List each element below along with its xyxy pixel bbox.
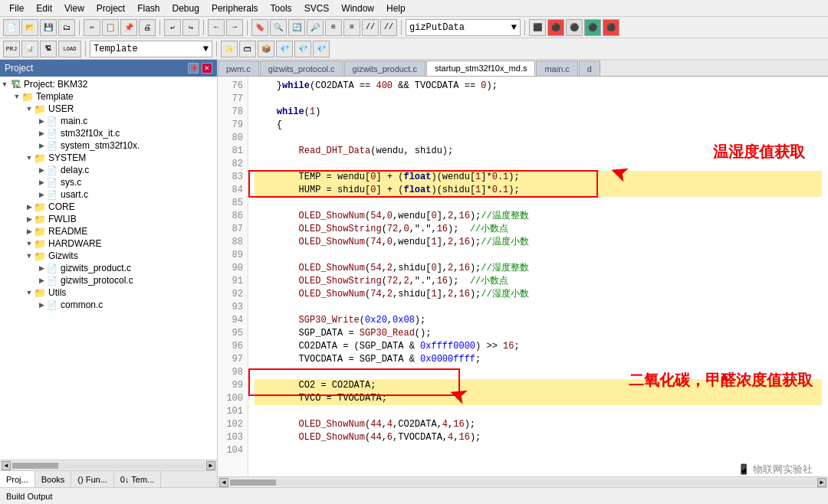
menu-help[interactable]: Help [380,2,412,15]
menu-tools[interactable]: Tools [264,2,298,15]
outdent-btn[interactable]: ≡ [343,19,360,36]
menu-file[interactable]: File [3,2,30,15]
menu-flash[interactable]: Flash [131,2,166,15]
tree-arrow[interactable]: ▶ [37,190,46,199]
tree-arrow[interactable]: ▼ [25,288,34,297]
tree-item[interactable]: ▼ 📁 Gizwits [0,250,217,262]
print-btn[interactable]: 🖨 [139,19,156,36]
nav-fwd-btn[interactable]: → [226,19,243,36]
debug3-btn[interactable]: ⚫ [584,19,601,36]
tree-item[interactable]: ▼ 📁 HARDWARE [0,237,217,250]
tree-arrow[interactable]: ▼ [25,104,34,113]
db-btn3[interactable]: 💎 [276,41,293,57]
tree-item[interactable]: ▶ 📄 stm32f10x_it.c [0,127,217,139]
menu-debug[interactable]: Debug [166,2,205,15]
cut-btn[interactable]: ✂ [84,19,100,36]
menu-view[interactable]: View [58,2,90,15]
debug1-btn[interactable]: ⚫ [547,19,564,36]
tree-item[interactable]: ▶ 📄 common.c [0,299,217,311]
editor-tab[interactable]: startup_stm32f10x_md.s [426,61,535,76]
tree-arrow[interactable]: ▶ [37,116,46,126]
tree-arrow[interactable]: ▶ [37,141,46,150]
scroll-track-editor[interactable] [230,479,816,486]
nav-back-btn[interactable]: ← [208,19,225,36]
menu-edit[interactable]: Edit [30,2,58,15]
tree-item[interactable]: ▼ 📁 Utils [0,286,217,299]
tree-item[interactable]: ▶ 📄 usart.c [0,188,217,201]
tree-item[interactable]: ▼ 📁 USER [0,103,217,115]
scroll-right-btn[interactable]: ▶ [206,461,215,470]
tree-item[interactable]: ▶ 📁 README [0,225,217,237]
indent-btn[interactable]: ≡ [325,19,342,36]
bookmark-btn[interactable]: 🔖 [251,19,268,36]
menu-svcs[interactable]: SVCS [298,2,336,15]
sidebar-tab-proj[interactable]: Proj... [0,471,35,487]
code-content[interactable]: }while(CO2DATA == 400 && TVOCDATA == 0);… [248,77,828,476]
tree-item[interactable]: ▼ 🏗 Project: BKM32 [0,78,217,90]
editor-tab[interactable]: main.c [536,61,577,76]
tree-item[interactable]: ▶ 📄 gizwits_protocol.c [0,274,217,286]
scroll-left-editor-btn[interactable]: ◀ [219,478,228,487]
h-scroll-sidebar[interactable]: ◀ ▶ [0,460,217,470]
db-btn4[interactable]: 💎 [294,41,311,57]
sidebar-tab-tem[interactable]: 0↓ Tem... [114,471,161,487]
tree-item[interactable]: ▼ 📁 Template [0,90,217,103]
open-file-btn[interactable]: 📂 [21,19,38,36]
tree-item[interactable]: ▶ 📁 FWLIB [0,213,217,225]
menu-peripherals[interactable]: Peripherals [205,2,264,15]
scroll-thumb[interactable] [12,463,58,469]
proj-btn3[interactable]: 🏗 [40,41,57,57]
tree-arrow[interactable]: ▶ [37,300,46,309]
sidebar-tab-fun[interactable]: () Fun... [71,471,114,487]
search-btn[interactable]: 🔍 [270,19,287,36]
tree-item[interactable]: ▶ 📄 delay.c [0,164,217,176]
tree-item[interactable]: ▶ 📄 system_stm32f10x. [0,139,217,152]
tree-arrow[interactable]: ▼ [25,153,34,162]
undo-btn[interactable]: ↩ [164,19,181,36]
save-all-btn[interactable]: 🗂 [58,19,75,36]
magic-btn[interactable]: ✨ [221,41,238,57]
template-dropdown[interactable]: Template ▼ [90,41,212,57]
db-btn1[interactable]: 🗃 [239,41,256,57]
tree-arrow[interactable]: ▼ [25,251,34,260]
tree-arrow[interactable]: ▼ [12,92,21,101]
tree-arrow[interactable]: ▶ [37,178,46,187]
tree-item[interactable]: ▶ 📄 gizwits_product.c [0,262,217,274]
tree-item[interactable]: ▼ 📁 SYSTEM [0,152,217,164]
new-file-btn[interactable]: 📄 [3,19,20,36]
copy-btn[interactable]: 📋 [102,19,119,36]
tree-item[interactable]: ▶ 📄 sys.c [0,176,217,188]
load-btn[interactable]: LOAD [58,41,81,57]
menu-project[interactable]: Project [90,2,131,15]
find-ref-btn[interactable]: 🔎 [307,19,324,36]
tree-arrow[interactable]: ▶ [25,202,34,211]
editor-tab[interactable]: pwm.c [218,61,259,76]
tree-arrow[interactable]: ▶ [37,165,46,175]
scroll-track[interactable] [12,463,205,469]
comment-btn[interactable]: // [362,19,379,36]
debug2-btn[interactable]: ⚫ [566,19,583,36]
editor-tab[interactable]: d [579,61,600,76]
scroll-thumb-editor[interactable] [230,479,276,486]
sidebar-close-btn[interactable]: ✕ [202,63,212,74]
scroll-right-editor-btn[interactable]: ▶ [817,478,826,487]
proj-btn1[interactable]: PRJ [3,41,20,57]
proj-btn2[interactable]: 📊 [21,41,38,57]
debug4-btn[interactable]: ⚫ [603,19,619,36]
flash-btn[interactable]: ⬛ [529,19,546,36]
tree-arrow[interactable]: ▶ [25,214,34,224]
sidebar-pin-btn[interactable]: 📌 [188,63,199,74]
tree-arrow[interactable]: ▶ [37,263,46,273]
tree-item[interactable]: ▶ 📄 main.c [0,115,217,127]
editor-tab[interactable]: gizwits_protocol.c [260,61,343,76]
paste-btn[interactable]: 📌 [120,19,137,36]
tree-arrow[interactable]: ▼ [25,239,34,248]
tree-arrow[interactable]: ▶ [25,227,34,236]
save-btn[interactable]: 💾 [40,19,57,36]
replace-btn[interactable]: 🔄 [288,19,305,36]
tree-item[interactable]: ▶ 📁 CORE [0,201,217,213]
editor-tab[interactable]: gizwits_product.c [344,61,426,76]
sidebar-tab-books[interactable]: Books [35,471,72,487]
function-dropdown[interactable]: gizPutData ▼ [406,19,521,36]
scroll-left-btn[interactable]: ◀ [2,461,11,470]
